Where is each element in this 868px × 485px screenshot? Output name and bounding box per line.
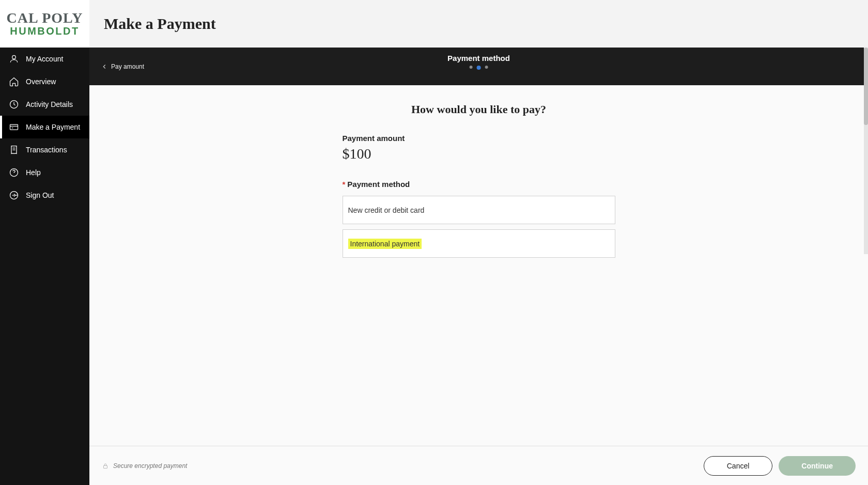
back-label: Pay amount [111, 63, 144, 70]
scrollbar[interactable] [864, 48, 868, 254]
step-dot-3 [485, 66, 488, 69]
lock-icon [102, 462, 109, 470]
home-icon [8, 76, 20, 87]
back-button[interactable]: Pay amount [101, 63, 144, 70]
page-title: Make a Payment [104, 15, 216, 33]
step-title: Payment method [447, 54, 510, 62]
payment-option-new-card[interactable]: New credit or debit card [343, 196, 615, 224]
sidebar-item-overview[interactable]: Overview [0, 70, 89, 93]
step-dot-1 [469, 66, 472, 69]
logo: CAL POLY HUMBOLDT [0, 0, 89, 48]
logo-line1: CAL POLY [7, 11, 83, 25]
clock-icon [8, 99, 20, 110]
svg-point-0 [12, 55, 16, 59]
payment-method-label: *Payment method [343, 180, 615, 189]
step-header: Pay amount Payment method [89, 48, 868, 85]
secure-text: Secure encrypted payment [113, 462, 187, 470]
sidebar-item-label: Transactions [26, 146, 67, 154]
payment-amount-value: $100 [343, 146, 615, 162]
sidebar-item-help[interactable]: Help [0, 161, 89, 184]
step-indicator [447, 66, 510, 70]
sidebar: My Account Overview Activity Details Mak… [0, 48, 89, 485]
user-icon [8, 53, 20, 65]
question-heading: How would you like to pay? [89, 103, 868, 116]
payment-amount-label: Payment amount [343, 134, 615, 143]
continue-button[interactable]: Continue [779, 456, 856, 476]
cancel-button[interactable]: Cancel [704, 456, 773, 476]
payment-option-international[interactable]: International payment [343, 229, 615, 258]
svg-rect-5 [104, 465, 107, 468]
svg-rect-2 [10, 124, 18, 130]
sidebar-item-transactions[interactable]: Transactions [0, 138, 89, 161]
sidebar-item-label: Make a Payment [26, 123, 80, 131]
content-area: How would you like to pay? Payment amoun… [89, 85, 868, 446]
sidebar-item-label: Sign Out [26, 191, 54, 199]
payment-option-label: New credit or debit card [348, 206, 425, 214]
sign-out-icon [8, 190, 20, 201]
sidebar-item-my-account[interactable]: My Account [0, 48, 89, 70]
receipt-icon [8, 144, 20, 155]
sidebar-item-activity-details[interactable]: Activity Details [0, 93, 89, 116]
sidebar-item-make-a-payment[interactable]: Make a Payment [0, 116, 89, 138]
sidebar-item-sign-out[interactable]: Sign Out [0, 184, 89, 207]
payment-option-label: International payment [348, 239, 422, 249]
page-header: Make a Payment [89, 0, 868, 48]
sidebar-item-label: My Account [26, 55, 63, 63]
sidebar-item-label: Help [26, 168, 41, 177]
help-icon [8, 167, 20, 178]
required-star-icon: * [343, 180, 346, 189]
secure-note: Secure encrypted payment [102, 462, 187, 470]
footer: Secure encrypted payment Cancel Continue [89, 446, 868, 485]
sidebar-item-label: Activity Details [26, 100, 73, 108]
logo-line2: HUMBOLDT [10, 25, 79, 37]
sidebar-item-label: Overview [26, 77, 56, 86]
step-dot-2 [476, 66, 481, 70]
payment-icon [8, 121, 20, 133]
